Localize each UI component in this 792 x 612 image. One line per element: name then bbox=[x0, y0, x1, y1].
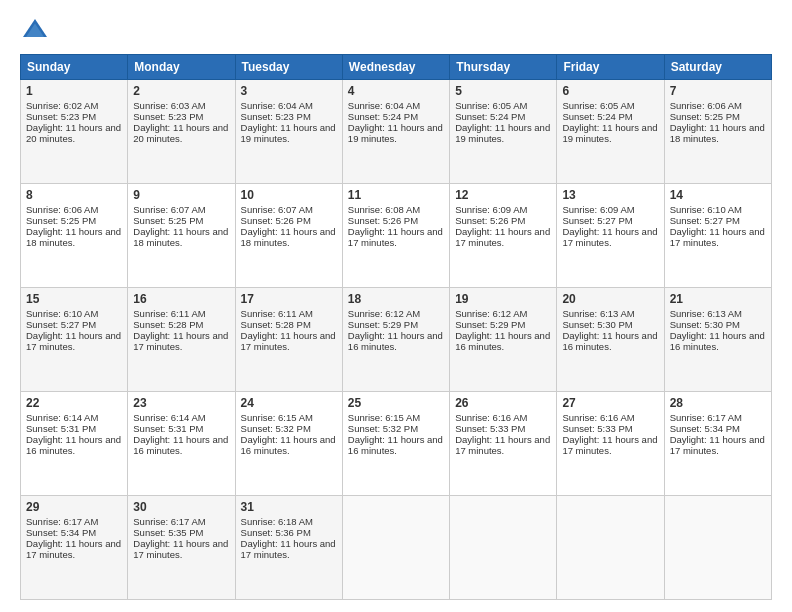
sunrise-text: Sunrise: 6:10 AM bbox=[670, 204, 742, 215]
day-number: 25 bbox=[348, 396, 444, 410]
calendar-cell: 14Sunrise: 6:10 AMSunset: 5:27 PMDayligh… bbox=[664, 184, 771, 288]
calendar-week-row: 22Sunrise: 6:14 AMSunset: 5:31 PMDayligh… bbox=[21, 392, 772, 496]
sunrise-text: Sunrise: 6:15 AM bbox=[241, 412, 313, 423]
sunrise-text: Sunrise: 6:04 AM bbox=[241, 100, 313, 111]
calendar-cell: 1Sunrise: 6:02 AMSunset: 5:23 PMDaylight… bbox=[21, 80, 128, 184]
day-number: 21 bbox=[670, 292, 766, 306]
sunset-text: Sunset: 5:33 PM bbox=[455, 423, 525, 434]
calendar-cell: 25Sunrise: 6:15 AMSunset: 5:32 PMDayligh… bbox=[342, 392, 449, 496]
daylight-text: Daylight: 11 hours and 16 minutes. bbox=[133, 434, 228, 456]
sunset-text: Sunset: 5:25 PM bbox=[133, 215, 203, 226]
sunrise-text: Sunrise: 6:17 AM bbox=[670, 412, 742, 423]
day-number: 18 bbox=[348, 292, 444, 306]
day-number: 17 bbox=[241, 292, 337, 306]
calendar-cell bbox=[557, 496, 664, 600]
sunrise-text: Sunrise: 6:03 AM bbox=[133, 100, 205, 111]
sunset-text: Sunset: 5:31 PM bbox=[133, 423, 203, 434]
sunrise-text: Sunrise: 6:14 AM bbox=[133, 412, 205, 423]
daylight-text: Daylight: 11 hours and 17 minutes. bbox=[133, 330, 228, 352]
daylight-text: Daylight: 11 hours and 20 minutes. bbox=[26, 122, 121, 144]
sunrise-text: Sunrise: 6:11 AM bbox=[241, 308, 313, 319]
sunset-text: Sunset: 5:25 PM bbox=[670, 111, 740, 122]
calendar-cell: 23Sunrise: 6:14 AMSunset: 5:31 PMDayligh… bbox=[128, 392, 235, 496]
day-number: 30 bbox=[133, 500, 229, 514]
col-thursday: Thursday bbox=[450, 55, 557, 80]
daylight-text: Daylight: 11 hours and 16 minutes. bbox=[455, 330, 550, 352]
calendar-week-row: 15Sunrise: 6:10 AMSunset: 5:27 PMDayligh… bbox=[21, 288, 772, 392]
calendar-cell: 22Sunrise: 6:14 AMSunset: 5:31 PMDayligh… bbox=[21, 392, 128, 496]
daylight-text: Daylight: 11 hours and 17 minutes. bbox=[455, 434, 550, 456]
sunset-text: Sunset: 5:26 PM bbox=[348, 215, 418, 226]
sunrise-text: Sunrise: 6:07 AM bbox=[241, 204, 313, 215]
daylight-text: Daylight: 11 hours and 18 minutes. bbox=[26, 226, 121, 248]
sunset-text: Sunset: 5:32 PM bbox=[348, 423, 418, 434]
calendar-cell: 7Sunrise: 6:06 AMSunset: 5:25 PMDaylight… bbox=[664, 80, 771, 184]
day-number: 14 bbox=[670, 188, 766, 202]
day-number: 11 bbox=[348, 188, 444, 202]
day-number: 10 bbox=[241, 188, 337, 202]
calendar-header-row: Sunday Monday Tuesday Wednesday Thursday… bbox=[21, 55, 772, 80]
sunset-text: Sunset: 5:23 PM bbox=[133, 111, 203, 122]
calendar-cell: 15Sunrise: 6:10 AMSunset: 5:27 PMDayligh… bbox=[21, 288, 128, 392]
sunset-text: Sunset: 5:24 PM bbox=[562, 111, 632, 122]
daylight-text: Daylight: 11 hours and 17 minutes. bbox=[562, 226, 657, 248]
daylight-text: Daylight: 11 hours and 16 minutes. bbox=[670, 330, 765, 352]
calendar-cell: 9Sunrise: 6:07 AMSunset: 5:25 PMDaylight… bbox=[128, 184, 235, 288]
sunrise-text: Sunrise: 6:06 AM bbox=[26, 204, 98, 215]
calendar-cell: 2Sunrise: 6:03 AMSunset: 5:23 PMDaylight… bbox=[128, 80, 235, 184]
calendar-cell: 3Sunrise: 6:04 AMSunset: 5:23 PMDaylight… bbox=[235, 80, 342, 184]
daylight-text: Daylight: 11 hours and 16 minutes. bbox=[348, 434, 443, 456]
day-number: 7 bbox=[670, 84, 766, 98]
calendar-table: Sunday Monday Tuesday Wednesday Thursday… bbox=[20, 54, 772, 600]
sunset-text: Sunset: 5:31 PM bbox=[26, 423, 96, 434]
sunset-text: Sunset: 5:32 PM bbox=[241, 423, 311, 434]
day-number: 12 bbox=[455, 188, 551, 202]
calendar-cell: 4Sunrise: 6:04 AMSunset: 5:24 PMDaylight… bbox=[342, 80, 449, 184]
calendar-cell: 29Sunrise: 6:17 AMSunset: 5:34 PMDayligh… bbox=[21, 496, 128, 600]
daylight-text: Daylight: 11 hours and 17 minutes. bbox=[26, 330, 121, 352]
sunset-text: Sunset: 5:27 PM bbox=[670, 215, 740, 226]
calendar-cell: 10Sunrise: 6:07 AMSunset: 5:26 PMDayligh… bbox=[235, 184, 342, 288]
sunset-text: Sunset: 5:23 PM bbox=[241, 111, 311, 122]
sunrise-text: Sunrise: 6:17 AM bbox=[26, 516, 98, 527]
sunset-text: Sunset: 5:36 PM bbox=[241, 527, 311, 538]
calendar-cell: 30Sunrise: 6:17 AMSunset: 5:35 PMDayligh… bbox=[128, 496, 235, 600]
calendar-cell: 11Sunrise: 6:08 AMSunset: 5:26 PMDayligh… bbox=[342, 184, 449, 288]
calendar-cell: 18Sunrise: 6:12 AMSunset: 5:29 PMDayligh… bbox=[342, 288, 449, 392]
day-number: 16 bbox=[133, 292, 229, 306]
daylight-text: Daylight: 11 hours and 17 minutes. bbox=[670, 226, 765, 248]
sunrise-text: Sunrise: 6:04 AM bbox=[348, 100, 420, 111]
page-header bbox=[20, 16, 772, 46]
sunrise-text: Sunrise: 6:14 AM bbox=[26, 412, 98, 423]
col-tuesday: Tuesday bbox=[235, 55, 342, 80]
sunrise-text: Sunrise: 6:15 AM bbox=[348, 412, 420, 423]
sunset-text: Sunset: 5:34 PM bbox=[26, 527, 96, 538]
daylight-text: Daylight: 11 hours and 18 minutes. bbox=[670, 122, 765, 144]
sunrise-text: Sunrise: 6:09 AM bbox=[562, 204, 634, 215]
sunrise-text: Sunrise: 6:09 AM bbox=[455, 204, 527, 215]
day-number: 24 bbox=[241, 396, 337, 410]
col-sunday: Sunday bbox=[21, 55, 128, 80]
day-number: 1 bbox=[26, 84, 122, 98]
daylight-text: Daylight: 11 hours and 17 minutes. bbox=[455, 226, 550, 248]
logo-icon bbox=[20, 16, 50, 46]
day-number: 13 bbox=[562, 188, 658, 202]
calendar-cell bbox=[664, 496, 771, 600]
sunrise-text: Sunrise: 6:13 AM bbox=[670, 308, 742, 319]
sunset-text: Sunset: 5:28 PM bbox=[133, 319, 203, 330]
sunrise-text: Sunrise: 6:12 AM bbox=[348, 308, 420, 319]
calendar-cell: 28Sunrise: 6:17 AMSunset: 5:34 PMDayligh… bbox=[664, 392, 771, 496]
sunrise-text: Sunrise: 6:07 AM bbox=[133, 204, 205, 215]
day-number: 23 bbox=[133, 396, 229, 410]
day-number: 3 bbox=[241, 84, 337, 98]
day-number: 29 bbox=[26, 500, 122, 514]
day-number: 8 bbox=[26, 188, 122, 202]
sunrise-text: Sunrise: 6:05 AM bbox=[455, 100, 527, 111]
daylight-text: Daylight: 11 hours and 17 minutes. bbox=[133, 538, 228, 560]
daylight-text: Daylight: 11 hours and 18 minutes. bbox=[241, 226, 336, 248]
daylight-text: Daylight: 11 hours and 17 minutes. bbox=[241, 538, 336, 560]
sunrise-text: Sunrise: 6:16 AM bbox=[562, 412, 634, 423]
sunset-text: Sunset: 5:30 PM bbox=[562, 319, 632, 330]
calendar-cell: 8Sunrise: 6:06 AMSunset: 5:25 PMDaylight… bbox=[21, 184, 128, 288]
sunset-text: Sunset: 5:26 PM bbox=[241, 215, 311, 226]
